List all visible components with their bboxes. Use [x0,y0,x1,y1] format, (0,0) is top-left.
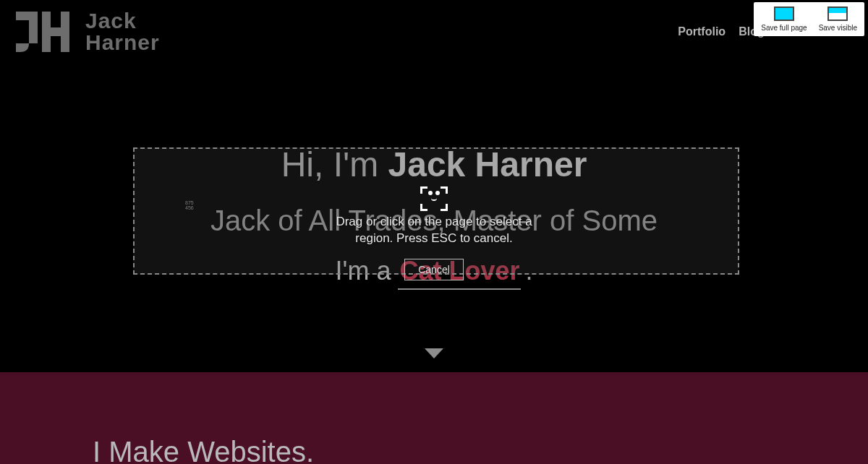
hero-tagline: Jack of All Trades, Master of Some [210,205,658,237]
scroll-down-icon[interactable] [425,348,443,363]
hero-role-prefix: I'm a [336,256,399,285]
capture-toolbar: Save full page Save visible [754,2,864,36]
save-full-page-button[interactable]: Save full page [761,7,807,32]
hero-section: Hi, I'm Jack Harner Jack of All Trades, … [0,58,868,372]
logo-text: Jack Harner [85,10,160,53]
websites-heading: I Make Websites. [93,436,314,464]
hero-greeting: Hi, I'm [281,145,388,184]
logo-mark-icon [16,10,80,53]
logo-text-first: Jack [85,10,160,32]
svg-rect-1 [29,12,38,43]
websites-section: I Make Websites. [0,372,868,464]
svg-marker-5 [425,348,443,358]
tiny-dimensions-badge: 875456 [185,200,195,210]
save-visible-label: Save visible [819,24,857,32]
logo[interactable]: Jack Harner [16,10,160,53]
full-page-icon [774,7,794,21]
hero-name: Jack Harner [388,145,587,184]
save-visible-button[interactable]: Save visible [819,7,857,32]
site-header: Jack Harner Portfolio Blog About Resu [0,0,868,58]
hero-role-suffix: . [525,256,532,285]
save-full-label: Save full page [761,24,807,32]
hero-role: I'm a Cat Lover. [210,256,658,286]
nav-portfolio[interactable]: Portfolio [678,25,726,38]
hero-role-value: Cat Lover [398,256,521,290]
svg-rect-4 [61,12,69,52]
hero-title: Hi, I'm Jack Harner [210,145,658,184]
visible-page-icon [827,7,848,21]
logo-text-last: Harner [85,32,160,53]
